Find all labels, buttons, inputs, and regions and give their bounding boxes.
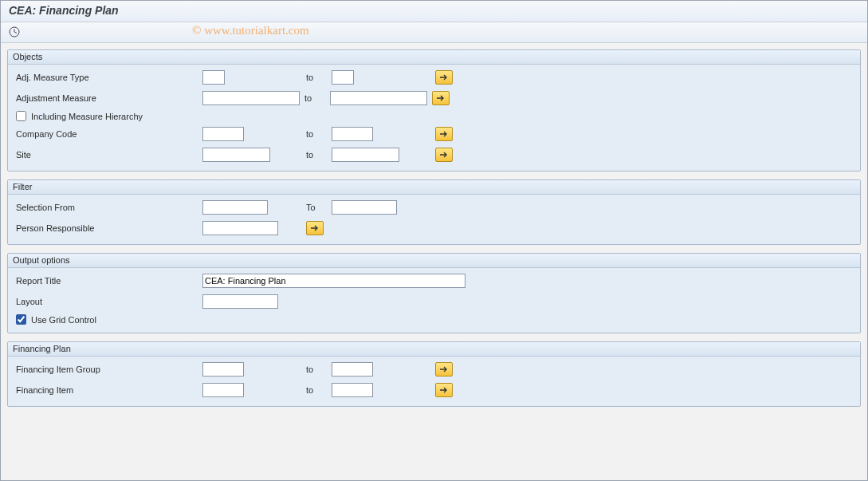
row-report-title: Report Title (14, 273, 854, 289)
arrow-right-icon (439, 365, 449, 373)
label-adj-measure-type: Adj. Measure Type (14, 73, 198, 82)
label-including-hierarchy: Including Measure Hierarchy (31, 112, 143, 121)
selection-to-input[interactable] (332, 200, 397, 215)
financing-item-to-input[interactable] (332, 383, 373, 397)
adjustment-measure-from-input[interactable] (202, 91, 300, 105)
row-including-hierarchy: Including Measure Hierarchy (14, 111, 854, 121)
adjustment-measure-more-button[interactable] (432, 91, 450, 105)
arrow-right-icon (439, 130, 449, 138)
label-to: to (306, 385, 327, 395)
group-objects: Objects Adj. Measure Type to Adjustment … (7, 49, 861, 172)
adjustment-measure-to-input[interactable] (330, 91, 427, 105)
person-responsible-more-button[interactable] (306, 221, 324, 235)
watermark-text: © www.tutorialkart.com (192, 24, 309, 37)
title-bar: CEA: Financing Plan (1, 1, 867, 22)
label-selection-from: Selection From (14, 203, 198, 212)
row-use-grid: Use Grid Control (14, 314, 854, 325)
label-to: to (306, 150, 327, 160)
use-grid-checkbox[interactable] (16, 314, 26, 325)
row-financing-item: Financing Item to (14, 382, 854, 398)
adj-measure-type-from-input[interactable] (202, 70, 225, 85)
row-person-responsible: Person Responsible (14, 220, 854, 236)
label-to: to (306, 365, 327, 374)
label-to: to (304, 93, 325, 103)
app-window: CEA: Financing Plan © www.tutorialkart.c… (0, 0, 868, 481)
row-selection-from: Selection From To (14, 199, 854, 215)
financing-item-group-to-input[interactable] (332, 362, 373, 377)
group-header-financing-plan: Financing Plan (8, 342, 860, 357)
page-title: CEA: Financing Plan (9, 4, 859, 17)
financing-item-group-more-button[interactable] (435, 362, 453, 377)
label-to: to (306, 129, 327, 139)
content-area: Objects Adj. Measure Type to Adjustment … (1, 43, 867, 421)
label-report-title: Report Title (14, 276, 198, 286)
financing-item-from-input[interactable] (202, 383, 244, 397)
label-company-code: Company Code (14, 129, 198, 139)
company-code-from-input[interactable] (202, 127, 244, 141)
report-title-input[interactable] (202, 274, 465, 288)
company-code-to-input[interactable] (332, 127, 373, 141)
financing-item-group-from-input[interactable] (202, 362, 244, 377)
group-financing-plan: Financing Plan Financing Item Group to F… (7, 341, 861, 407)
label-financing-item: Financing Item (14, 385, 198, 395)
group-header-objects: Objects (8, 50, 860, 65)
adj-measure-type-more-button[interactable] (435, 70, 453, 85)
including-hierarchy-checkbox[interactable] (16, 111, 26, 121)
site-to-input[interactable] (332, 148, 399, 162)
row-adjustment-measure: Adjustment Measure to (14, 90, 854, 106)
arrow-right-icon (439, 151, 449, 159)
arrow-right-icon (310, 224, 320, 232)
label-use-grid: Use Grid Control (31, 315, 96, 325)
clock-execute-icon (8, 26, 21, 38)
site-from-input[interactable] (202, 148, 270, 162)
label-person-responsible: Person Responsible (14, 223, 198, 233)
layout-input[interactable] (202, 294, 278, 309)
label-site: Site (14, 150, 198, 160)
execute-button[interactable] (6, 24, 23, 40)
label-layout: Layout (14, 297, 198, 306)
label-to: to (306, 73, 327, 82)
label-adjustment-measure: Adjustment Measure (14, 93, 198, 103)
group-header-filter: Filter (8, 180, 860, 195)
label-selection-to: To (306, 203, 327, 212)
label-financing-item-group: Financing Item Group (14, 365, 198, 374)
arrow-right-icon (436, 94, 446, 102)
arrow-right-icon (439, 386, 449, 394)
adj-measure-type-to-input[interactable] (332, 70, 354, 85)
selection-from-input[interactable] (202, 200, 268, 215)
row-adj-measure-type: Adj. Measure Type to (14, 69, 854, 85)
group-filter: Filter Selection From To Person Responsi… (7, 179, 861, 245)
financing-item-more-button[interactable] (435, 383, 453, 397)
site-more-button[interactable] (435, 148, 453, 162)
svg-line-2 (14, 32, 17, 34)
row-company-code: Company Code to (14, 126, 854, 142)
group-header-output: Output options (8, 254, 860, 268)
row-financing-item-group: Financing Item Group to (14, 361, 854, 377)
group-output-options: Output options Report Title Layout Use G… (7, 253, 861, 333)
arrow-right-icon (439, 73, 449, 81)
company-code-more-button[interactable] (435, 127, 453, 141)
row-layout: Layout (14, 294, 854, 309)
row-site: Site to (14, 147, 854, 163)
toolbar: © www.tutorialkart.com (1, 22, 867, 43)
person-responsible-input[interactable] (202, 221, 278, 235)
